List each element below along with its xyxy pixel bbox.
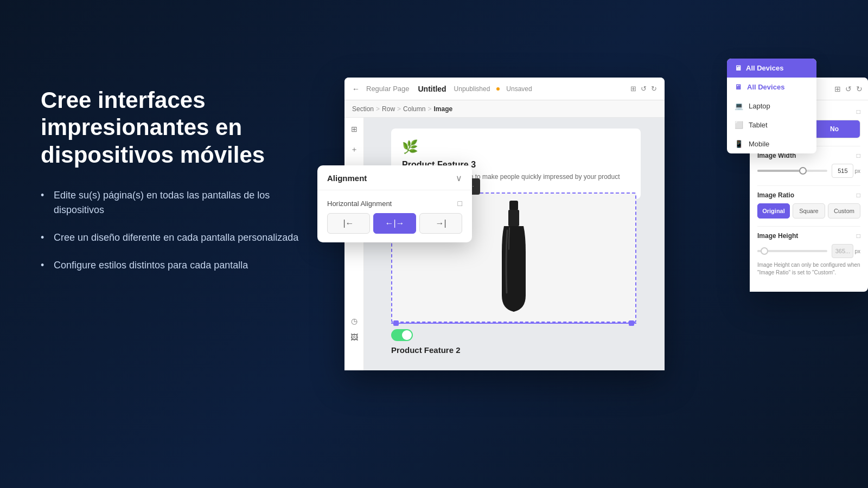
- resize-handle[interactable]: [391, 323, 636, 324]
- image-width-unit: px: [854, 168, 860, 174]
- ratio-custom-btn[interactable]: Custom: [828, 203, 860, 219]
- divider-3: [757, 226, 860, 227]
- device-dropdown-header: 🖥 All Devices: [727, 59, 816, 78]
- status-unsaved: Unsaved: [506, 85, 532, 93]
- bullet-1: Edite su(s) página(s) en todas las panta…: [41, 188, 323, 217]
- image-height-track: [757, 250, 827, 252]
- svg-rect-0: [509, 201, 518, 210]
- sidebar-icon-plus[interactable]: ＋: [348, 144, 360, 156]
- laptop-icon: 💻: [735, 102, 743, 110]
- image-width-fill: [757, 170, 803, 172]
- hero-heading: Cree interfaces impresionantes en dispos…: [41, 87, 323, 169]
- product-icon: 🌿: [402, 139, 630, 155]
- topbar-icon-2[interactable]: ↺: [641, 85, 647, 93]
- alignment-label-row: Horizontal Alignment □: [327, 199, 462, 208]
- device-option-mobile[interactable]: 📱 Mobile: [727, 134, 816, 153]
- image-height-unit: px: [854, 248, 860, 254]
- bc-row[interactable]: Row: [382, 105, 395, 113]
- status-unpublished: Unpublished: [454, 85, 490, 93]
- device-dropdown: 🖥 All Devices 🖥 All Devices 💻 Laptop ⬜ T…: [727, 59, 816, 153]
- hero-panel: Cree interfaces impresionantes en dispos…: [41, 87, 323, 286]
- status-dot: [496, 87, 500, 91]
- page-title: Untitled: [418, 85, 446, 93]
- monitor-icon: 🖥: [735, 64, 742, 72]
- align-left-btn[interactable]: |←: [327, 213, 370, 234]
- image-width-device-icon: □: [857, 152, 860, 159]
- alignment-dialog-header: Alignment ∨: [317, 165, 472, 190]
- image-width-thumb[interactable]: [799, 167, 807, 175]
- bc-column[interactable]: Column: [403, 105, 425, 113]
- bc-current[interactable]: Image: [433, 105, 452, 113]
- image-height-slider-row: px: [757, 244, 860, 258]
- feature-toggle[interactable]: [391, 329, 413, 341]
- settings-topbar-icon-1[interactable]: ⊞: [834, 85, 841, 93]
- image-width-track[interactable]: [757, 170, 827, 172]
- device-dropdown-header-label: All Devices: [746, 64, 783, 72]
- device-option-tablet[interactable]: ⬜ Tablet: [727, 115, 816, 134]
- sidebar-icon-clock[interactable]: ◷: [348, 315, 360, 327]
- resize-handle-left[interactable]: [393, 320, 399, 326]
- bc-sep-1: >: [376, 105, 380, 113]
- alignment-dialog: Alignment ∨ Horizontal Alignment □ |← ←|…: [317, 165, 472, 242]
- alignment-h-label: Horizontal Alignment: [327, 200, 392, 208]
- bc-section[interactable]: Section: [352, 105, 374, 113]
- full-width-no-btn[interactable]: No: [809, 120, 860, 138]
- image-height-note: Image Height can only be configured when…: [757, 261, 860, 277]
- mobile-icon: 📱: [735, 140, 743, 148]
- editor-topbar-right: ⊞ ↺ ↻: [630, 85, 657, 93]
- image-height-label: Image Height: [757, 232, 798, 240]
- editor-sidebar: ⊞ ＋ ⊕ ⊞ ⊿ ◷ 🖼: [344, 118, 364, 370]
- resize-handle-right[interactable]: [629, 320, 634, 326]
- sidebar-icon-layers[interactable]: ⊞: [348, 123, 360, 135]
- bc-sep-3: >: [427, 105, 431, 113]
- image-ratio-buttons: Original Square Custom: [757, 203, 860, 219]
- image-ratio-label: Image Ratio: [757, 191, 794, 199]
- image-height-value: px: [832, 244, 860, 258]
- alignment-device-icon: □: [458, 199, 462, 208]
- settings-topbar-icon-3[interactable]: ↻: [856, 85, 863, 93]
- bullet-3: Configure estilos distintos para cada pa…: [41, 258, 323, 273]
- topbar-icon-3[interactable]: ↻: [651, 85, 657, 93]
- image-height-section: Image Height □ px Image Height can only …: [757, 232, 860, 277]
- image-height-input: [832, 244, 853, 258]
- ratio-square-btn[interactable]: Square: [793, 203, 825, 219]
- mobile-label: Mobile: [749, 140, 769, 148]
- editor-content: 🌿 Product Feature 3 Highlight key inform…: [364, 118, 665, 370]
- tablet-label: Tablet: [749, 121, 768, 129]
- editor-breadcrumb-bar: Section > Row > Column > Image: [344, 100, 665, 118]
- image-height-device-icon: □: [857, 232, 860, 240]
- sidebar-icon-image[interactable]: 🖼: [348, 331, 360, 343]
- bullet-2: Cree un diseño diferente en cada pantall…: [41, 230, 323, 245]
- svg-rect-1: [508, 210, 519, 226]
- alignment-dialog-title: Alignment: [327, 174, 367, 183]
- tablet-icon: ⬜: [735, 121, 743, 129]
- alignment-close-button[interactable]: ∨: [456, 173, 462, 183]
- align-right-btn[interactable]: →|: [419, 213, 462, 234]
- image-width-input[interactable]: [832, 164, 853, 178]
- image-ratio-device-icon: □: [857, 191, 860, 199]
- topbar-icon-1[interactable]: ⊞: [630, 85, 636, 93]
- image-height-thumb: [761, 247, 768, 255]
- back-arrow-icon[interactable]: ←: [352, 85, 360, 93]
- image-ratio-header: Image Ratio □: [757, 191, 860, 199]
- image-width-value: px: [832, 164, 860, 178]
- all-devices-label: All Devices: [747, 83, 784, 91]
- device-option-all[interactable]: 🖥 All Devices: [727, 78, 816, 97]
- settings-topbar-icon-2[interactable]: ↺: [845, 85, 852, 93]
- image-height-header: Image Height □: [757, 232, 860, 240]
- hero-bullets: Edite su(s) página(s) en todas las panta…: [41, 188, 323, 273]
- alignment-buttons: |← ←|→ →|: [327, 213, 462, 234]
- bc-sep-2: >: [397, 105, 401, 113]
- align-center-btn[interactable]: ←|→: [373, 213, 416, 234]
- device-option-laptop[interactable]: 💻 Laptop: [727, 97, 816, 115]
- divider-2: [757, 185, 860, 186]
- product-feature-2-title: Product Feature 2: [391, 345, 461, 355]
- breadcrumb-prefix: Regular Page: [366, 85, 410, 93]
- laptop-label: Laptop: [749, 102, 770, 110]
- enable-full-width-device-icon: □: [857, 108, 860, 115]
- image-ratio-section: Image Ratio □ Original Square Custom: [757, 191, 860, 219]
- image-width-section: Image Width □ px: [757, 152, 860, 178]
- product-bottle-image: [492, 198, 535, 317]
- toggle-row: [391, 329, 413, 341]
- ratio-original-btn[interactable]: Original: [757, 203, 790, 219]
